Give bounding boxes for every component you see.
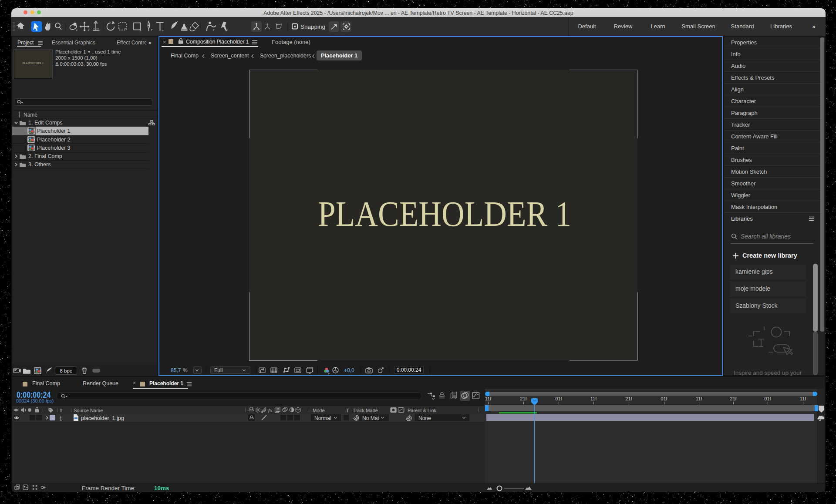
svg-text:Snapping: Snapping — [300, 24, 325, 30]
svg-text:fx: fx — [268, 407, 273, 413]
